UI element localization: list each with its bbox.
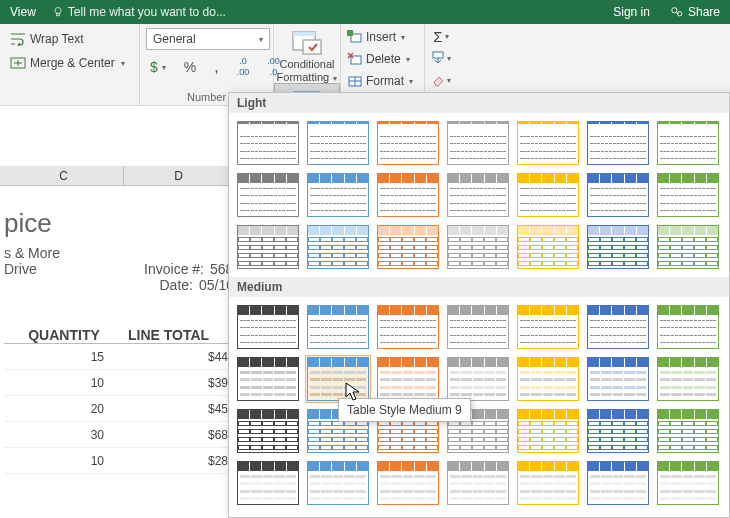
- table-row[interactable]: 30$68: [4, 422, 234, 448]
- column-headers: C D: [0, 166, 234, 186]
- invoice-number-label: Invoice #:: [128, 261, 204, 277]
- table-style-swatch[interactable]: [305, 119, 371, 167]
- table-style-swatch[interactable]: [515, 303, 581, 351]
- invoice-title: pice: [4, 208, 234, 239]
- table-style-swatch[interactable]: [515, 171, 581, 219]
- table-style-swatch[interactable]: [375, 223, 441, 271]
- table-style-swatch[interactable]: [585, 171, 651, 219]
- table-style-swatch[interactable]: [515, 355, 581, 403]
- table-style-swatch[interactable]: [305, 303, 371, 351]
- table-style-swatch[interactable]: [655, 459, 721, 507]
- column-header-c[interactable]: C: [4, 166, 124, 185]
- wrap-text-button[interactable]: Wrap Text: [4, 28, 135, 50]
- table-style-swatch[interactable]: [235, 223, 301, 271]
- comma-icon: ,: [214, 62, 218, 72]
- table-style-swatch[interactable]: [515, 407, 581, 455]
- table-style-swatch[interactable]: [445, 459, 511, 507]
- worksheet-visible-area: C D pice s & More Drive Invoice #: 568 D…: [0, 126, 234, 518]
- table-style-swatch[interactable]: [305, 355, 371, 403]
- table-style-swatch[interactable]: [445, 223, 511, 271]
- sign-in-link[interactable]: Sign in: [603, 5, 660, 19]
- autosum-button[interactable]: Σ▾: [429, 26, 453, 46]
- conditional-formatting-label: Conditional Formatting: [277, 58, 335, 83]
- table-style-swatch[interactable]: [655, 407, 721, 455]
- cell-quantity[interactable]: 10: [4, 376, 124, 390]
- table-style-swatch[interactable]: [375, 119, 441, 167]
- table-style-swatch[interactable]: [585, 223, 651, 271]
- table-row[interactable]: 20$45: [4, 396, 234, 422]
- table-style-swatch[interactable]: [375, 459, 441, 507]
- delete-cells-button[interactable]: Delete ▾: [345, 48, 420, 70]
- cell-line-total[interactable]: $45: [124, 402, 234, 416]
- table-style-swatch[interactable]: [515, 119, 581, 167]
- sigma-icon: Σ: [433, 28, 442, 45]
- column-header-d[interactable]: D: [124, 166, 234, 185]
- merge-center-label: Merge & Center: [30, 56, 115, 70]
- insert-cells-button[interactable]: Insert ▾: [345, 26, 420, 48]
- tab-view[interactable]: View: [0, 0, 46, 24]
- table-style-swatch[interactable]: [655, 171, 721, 219]
- table-row[interactable]: 10$39: [4, 370, 234, 396]
- table-style-swatch[interactable]: [445, 355, 511, 403]
- accounting-format-button[interactable]: $ ▾: [146, 57, 170, 77]
- tell-me-search[interactable]: Tell me what you want to do...: [52, 5, 226, 19]
- table-style-swatch[interactable]: [515, 459, 581, 507]
- conditional-formatting-icon: [291, 28, 323, 56]
- format-cells-button[interactable]: Format ▾: [345, 70, 420, 92]
- percent-format-button[interactable]: %: [180, 57, 200, 77]
- number-format-combo[interactable]: General ▾: [146, 28, 270, 50]
- comma-format-button[interactable]: ,: [210, 60, 222, 74]
- table-style-swatch[interactable]: [375, 171, 441, 219]
- table-style-swatch[interactable]: [235, 407, 301, 455]
- header-line-total: LINE TOTAL: [124, 327, 234, 343]
- table-style-swatch[interactable]: [585, 459, 651, 507]
- merge-center-button[interactable]: Merge & Center ▾: [4, 52, 135, 74]
- cell-quantity[interactable]: 10: [4, 454, 124, 468]
- svg-rect-17: [433, 52, 443, 58]
- chevron-down-icon: ▾: [447, 54, 451, 63]
- increase-decimal-button[interactable]: .0.00: [233, 55, 254, 79]
- table-style-swatch[interactable]: [585, 119, 651, 167]
- table-style-swatch[interactable]: [235, 459, 301, 507]
- fill-button[interactable]: ▾: [429, 48, 453, 68]
- table-style-swatch[interactable]: [655, 355, 721, 403]
- cell-line-total[interactable]: $39: [124, 376, 234, 390]
- cell-line-total[interactable]: $44: [124, 350, 234, 364]
- conditional-formatting-button[interactable]: Conditional Formatting ▾: [274, 24, 340, 83]
- mouse-cursor-icon: [345, 382, 361, 402]
- svg-point-2: [672, 8, 677, 13]
- table-style-swatch[interactable]: [655, 119, 721, 167]
- cell-quantity[interactable]: 15: [4, 350, 124, 364]
- table-style-swatch[interactable]: [445, 303, 511, 351]
- table-style-swatch[interactable]: [375, 355, 441, 403]
- table-style-swatch[interactable]: [305, 171, 371, 219]
- table-style-swatch[interactable]: [585, 407, 651, 455]
- table-style-swatch[interactable]: [235, 303, 301, 351]
- table-style-swatch[interactable]: [585, 303, 651, 351]
- cell-line-total[interactable]: $68: [124, 428, 234, 442]
- table-row[interactable]: 10$28: [4, 448, 234, 474]
- table-style-swatch[interactable]: [655, 303, 721, 351]
- cell-quantity[interactable]: 30: [4, 428, 124, 442]
- table-style-swatch[interactable]: [445, 171, 511, 219]
- invoice-date-label: Date:: [121, 277, 193, 293]
- svg-rect-7: [303, 40, 321, 54]
- table-style-swatch[interactable]: [655, 223, 721, 271]
- cell-quantity[interactable]: 20: [4, 402, 124, 416]
- table-style-swatch[interactable]: [235, 355, 301, 403]
- table-style-swatch[interactable]: [375, 303, 441, 351]
- gallery-section-medium: Medium: [229, 277, 729, 297]
- cell-line-total[interactable]: $28: [124, 454, 234, 468]
- clear-button[interactable]: ▾: [429, 70, 453, 90]
- table-style-swatch[interactable]: [305, 459, 371, 507]
- table-row[interactable]: 15$44: [4, 344, 234, 370]
- table-style-swatch[interactable]: [235, 171, 301, 219]
- tell-me-placeholder: Tell me what you want to do...: [68, 5, 226, 19]
- table-style-swatch[interactable]: [585, 355, 651, 403]
- table-style-swatch[interactable]: [515, 223, 581, 271]
- table-style-swatch[interactable]: [445, 119, 511, 167]
- share-button[interactable]: Share: [660, 5, 730, 19]
- table-style-swatch[interactable]: [235, 119, 301, 167]
- table-styles-gallery[interactable]: Light Medium: [228, 92, 730, 518]
- table-style-swatch[interactable]: [305, 223, 371, 271]
